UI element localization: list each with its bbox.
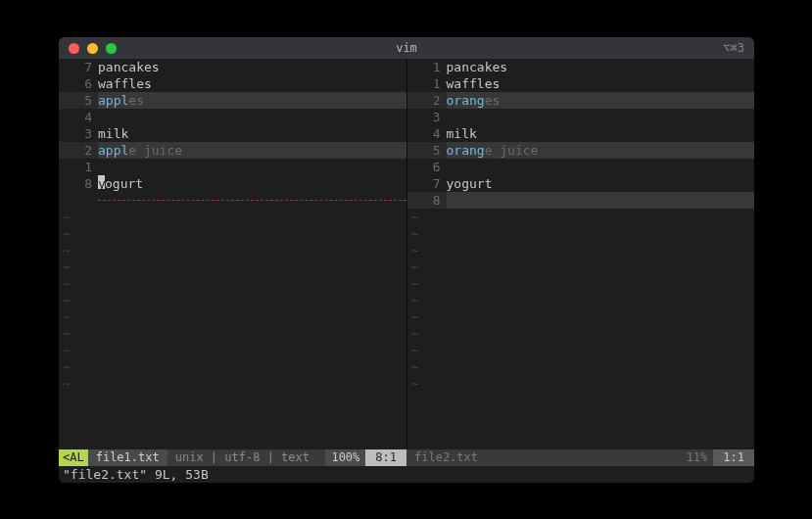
line-number: 2 <box>407 92 447 109</box>
line-number: 2 <box>59 142 98 159</box>
tilde-filler: ~ <box>59 275 406 292</box>
line-text[interactable] <box>447 159 755 175</box>
line-text[interactable]: milk <box>447 125 755 142</box>
line-number: 8 <box>59 175 98 192</box>
window-title: vim <box>59 40 754 57</box>
line-text[interactable] <box>447 109 755 125</box>
line-text[interactable] <box>447 192 755 209</box>
line-text[interactable] <box>98 159 406 175</box>
diff-highlight: appl <box>98 143 128 158</box>
percent-left: 100% <box>325 449 365 466</box>
line-number: 3 <box>59 125 98 142</box>
line-number: 6 <box>407 159 447 175</box>
terminal-window: vim ⌥⌘3 7pancakes6waffles5apples43milk2a… <box>59 37 754 483</box>
line-number: 8 <box>407 192 447 209</box>
line-number: 3 <box>407 109 447 125</box>
mode-indicator: <AL <box>59 449 88 466</box>
tilde-filler: ~ <box>59 342 406 358</box>
line-text[interactable] <box>98 109 406 125</box>
percent-right: 11% <box>681 449 714 466</box>
line-text[interactable]: orange juice <box>447 142 755 159</box>
tilde-filler: ~ <box>59 358 406 375</box>
line-text[interactable]: apple juice <box>98 142 406 159</box>
tilde-filler: ~ <box>407 308 755 325</box>
tilde-filler: ~ <box>59 259 406 275</box>
tilde-filler: ~ <box>407 225 755 242</box>
line-text[interactable]: oranges <box>447 92 755 109</box>
titlebar: vim ⌥⌘3 <box>59 37 754 59</box>
left-pane[interactable]: 7pancakes6waffles5apples43milk2apple jui… <box>59 59 407 449</box>
line-number: 5 <box>59 92 98 109</box>
tilde-filler: ~ <box>59 209 406 225</box>
tilde-filler: ~ <box>59 308 406 325</box>
editor[interactable]: 7pancakes6waffles5apples43milk2apple jui… <box>59 59 754 483</box>
tilde-filler: ~ <box>59 325 406 342</box>
tilde-filler: ~ <box>407 325 755 342</box>
line-text[interactable]: pancakes <box>447 59 755 75</box>
cursor: y <box>98 175 105 189</box>
diff-filler <box>59 192 406 209</box>
line-number: 4 <box>407 125 447 142</box>
window-indicator: ⌥⌘3 <box>723 40 744 57</box>
line-text[interactable]: yogurt <box>447 175 755 192</box>
line-text[interactable]: waffles <box>98 75 406 92</box>
diff-highlight: appl <box>98 93 128 108</box>
diff-highlight: orang <box>447 93 485 108</box>
tilde-filler: ~ <box>407 358 755 375</box>
tilde-filler: ~ <box>407 292 755 308</box>
line-text[interactable]: waffles <box>447 75 755 92</box>
line-number: 1 <box>407 59 447 75</box>
command-line[interactable]: "file2.txt" 9L, 53B <box>59 466 754 483</box>
statusbar-left: <AL file1.txt unix | utf-8 | text 100% 8… <box>59 449 406 466</box>
tilde-filler: ~ <box>407 342 755 358</box>
tilde-filler: ~ <box>59 242 406 259</box>
filename-right: file2.txt <box>406 449 486 466</box>
position-left: 8:1 <box>365 449 406 466</box>
filename-left: file1.txt <box>88 449 167 466</box>
tilde-filler: ~ <box>59 225 406 242</box>
position-right: 1:1 <box>713 449 754 466</box>
tilde-filler: ~ <box>59 292 406 308</box>
tilde-filler: ~ <box>407 242 755 259</box>
line-text[interactable]: pancakes <box>98 59 406 75</box>
tilde-filler: ~ <box>407 275 755 292</box>
tilde-filler: ~ <box>407 259 755 275</box>
line-number: 6 <box>59 75 98 92</box>
line-number: 4 <box>59 109 98 125</box>
line-number: 5 <box>407 142 447 159</box>
line-text[interactable]: yogurt <box>98 175 406 192</box>
tilde-filler: ~ <box>407 375 755 392</box>
line-number: 7 <box>59 59 98 75</box>
right-pane[interactable]: 1pancakes1waffles2oranges34milk5orange j… <box>407 59 755 449</box>
file-meta: unix | utf-8 | text <box>167 449 317 466</box>
tilde-filler: ~ <box>59 375 406 392</box>
line-text[interactable]: milk <box>98 125 406 142</box>
line-number: 1 <box>59 159 98 175</box>
line-number: 7 <box>407 175 447 192</box>
statusbar-right: file2.txt 11% 1:1 <box>406 449 754 466</box>
diff-highlight: orang <box>447 143 485 158</box>
tilde-filler: ~ <box>407 209 755 225</box>
line-number: 1 <box>407 75 447 92</box>
line-text[interactable]: apples <box>98 92 406 109</box>
